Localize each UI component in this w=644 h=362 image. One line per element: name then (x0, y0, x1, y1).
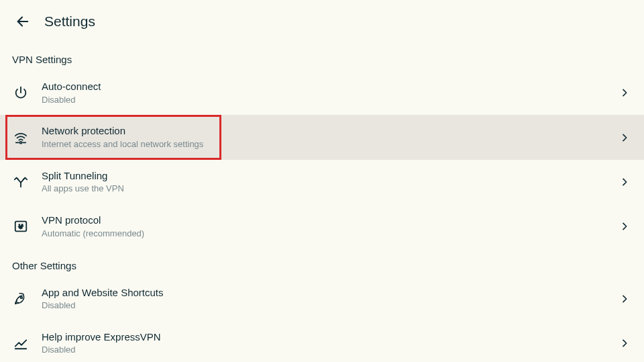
section-header-other: Other Settings (0, 249, 644, 277)
row-subtitle: Automatic (recommended) (42, 228, 612, 240)
row-title: Network protection (42, 124, 612, 138)
svg-point-7 (21, 297, 23, 299)
chevron-right-icon (617, 175, 632, 189)
row-title: Split Tunneling (42, 169, 612, 183)
chart-icon (12, 334, 30, 352)
row-text: Network protection Internet access and l… (42, 124, 612, 150)
row-text: Help improve ExpressVPN Disabled (42, 330, 612, 356)
wifi-settings-icon (12, 129, 30, 146)
row-vpn-protocol[interactable]: VPN protocol Automatic (recommended) (0, 204, 644, 248)
row-auto-connect[interactable]: Auto-connect Disabled (0, 71, 644, 115)
row-title: Help improve ExpressVPN (42, 330, 612, 344)
rocket-icon (12, 290, 30, 308)
row-subtitle: Disabled (42, 95, 612, 106)
row-split-tunneling[interactable]: Split Tunneling All apps use the VPN (0, 160, 644, 204)
row-shortcuts[interactable]: App and Website Shortcuts Disabled (0, 277, 644, 321)
section-header-vpn: VPN Settings (0, 43, 644, 71)
row-subtitle: Disabled (42, 345, 612, 356)
chevron-right-icon (617, 85, 632, 100)
back-button[interactable] (13, 12, 32, 31)
row-help-improve[interactable]: Help improve ExpressVPN Disabled (0, 321, 644, 362)
row-network-protection[interactable]: Network protection Internet access and l… (0, 115, 644, 159)
chevron-right-icon (617, 291, 632, 306)
row-title: App and Website Shortcuts (42, 286, 612, 300)
split-icon (12, 173, 30, 191)
row-title: VPN protocol (42, 214, 612, 227)
header: Settings (0, 0, 644, 43)
row-text: Auto-connect Disabled (42, 80, 612, 105)
chevron-right-icon (617, 219, 632, 234)
row-subtitle: Disabled (42, 300, 612, 312)
chevron-right-icon (617, 336, 632, 351)
svg-point-3 (20, 141, 22, 143)
row-text: Split Tunneling All apps use the VPN (42, 169, 612, 195)
arrow-left-icon (15, 14, 30, 29)
row-text: App and Website Shortcuts Disabled (42, 286, 612, 312)
row-subtitle: Internet access and local network settin… (42, 139, 612, 150)
page-title: Settings (44, 13, 95, 30)
row-title: Auto-connect (42, 80, 612, 93)
protocol-icon (12, 218, 30, 235)
chevron-right-icon (617, 130, 632, 145)
row-text: VPN protocol Automatic (recommended) (42, 214, 612, 239)
row-subtitle: All apps use the VPN (42, 183, 612, 195)
power-icon (12, 84, 30, 101)
